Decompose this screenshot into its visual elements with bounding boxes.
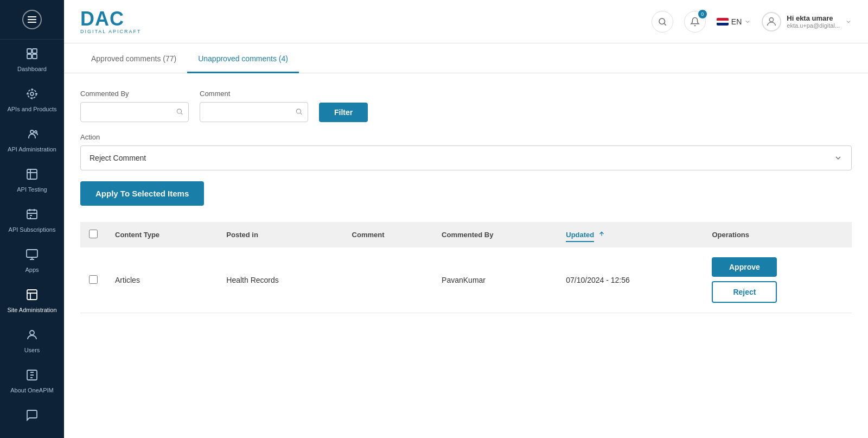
filter-section: Commented By Comment xyxy=(64,73,868,133)
svg-rect-2 xyxy=(27,54,31,59)
header-right: 0 EN Hi ekta umare ekta.u+pa@di xyxy=(652,11,852,33)
tab-unapproved-comments[interactable]: Unapproved comments (4) xyxy=(187,43,299,73)
sidebar-item-chat[interactable] xyxy=(0,401,64,435)
user-info[interactable]: Hi ekta umare ekta.u+pa@digital... xyxy=(762,12,852,31)
action-dropdown[interactable]: Reject Comment xyxy=(80,145,852,170)
cell-posted-in: Health Records xyxy=(218,247,343,313)
sidebar-item-label: API Administration xyxy=(8,146,56,153)
apply-section: Apply To Selected Items xyxy=(64,181,868,222)
svg-point-15 xyxy=(177,109,181,113)
cell-updated: 07/10/2024 - 12:56 xyxy=(557,247,703,313)
svg-point-4 xyxy=(30,92,34,96)
sidebar-item-label: Dashboard xyxy=(17,66,47,72)
sidebar-item-api-testing[interactable]: API Testing xyxy=(0,160,64,200)
reject-button[interactable]: Reject xyxy=(712,281,777,303)
action-selected-value: Reject Comment xyxy=(90,154,146,162)
comment-search-icon xyxy=(295,107,303,117)
table-row: Articles Health Records PavanKumar 07/10… xyxy=(80,247,852,313)
table-section: Content Type Posted in Comment Commented… xyxy=(64,222,868,313)
sidebar-item-api-administration[interactable]: API Administration xyxy=(0,120,64,160)
svg-rect-3 xyxy=(33,54,37,59)
sidebar-item-about-oneapim[interactable]: About OneAPIM xyxy=(0,361,64,401)
about-icon xyxy=(25,369,39,385)
sidebar-item-label: Users xyxy=(24,347,40,353)
svg-point-6 xyxy=(30,130,34,134)
sidebar-item-users[interactable]: Users xyxy=(0,321,64,361)
sidebar-header[interactable] xyxy=(0,0,64,40)
filter-button[interactable]: Filter xyxy=(319,103,368,122)
svg-point-11 xyxy=(30,331,34,335)
svg-rect-8 xyxy=(27,210,37,219)
svg-rect-0 xyxy=(27,49,31,53)
logo-dac: DAC xyxy=(80,9,142,29)
commented-by-search-icon xyxy=(176,107,183,117)
content-area: Approved comments (77) Unapproved commen… xyxy=(64,43,868,438)
svg-point-13 xyxy=(659,18,665,24)
commented-by-label: Commented By xyxy=(80,90,189,98)
action-section: Action Reject Comment xyxy=(64,133,868,181)
cell-comment xyxy=(343,247,433,313)
sidebar-item-api-subscriptions[interactable]: API Subscriptions xyxy=(0,200,64,240)
sidebar-item-apps[interactable]: Apps xyxy=(0,240,64,281)
tab-approved-comments[interactable]: Approved comments (77) xyxy=(80,43,187,73)
th-comment: Comment xyxy=(343,222,433,247)
tabs-bar: Approved comments (77) Unapproved commen… xyxy=(64,43,868,73)
dashboard-icon xyxy=(25,47,39,64)
sidebar-item-label: API Testing xyxy=(17,186,47,193)
sidebar-item-label: APIs and Products xyxy=(7,106,56,112)
comment-input[interactable] xyxy=(200,102,308,122)
updated-col-label: Updated xyxy=(566,231,594,242)
user-avatar xyxy=(762,12,781,31)
sidebar-item-label: Site Administration xyxy=(7,307,56,313)
svg-rect-9 xyxy=(27,250,37,257)
sidebar-item-dashboard[interactable]: Dashboard xyxy=(0,40,64,80)
flag-icon xyxy=(717,18,729,26)
language-selector[interactable]: EN xyxy=(717,17,751,26)
notifications-button[interactable]: 0 xyxy=(684,11,706,33)
svg-rect-1 xyxy=(33,49,37,53)
svg-point-16 xyxy=(296,109,301,113)
comments-table: Content Type Posted in Comment Commented… xyxy=(80,222,852,313)
sidebar-item-site-administration[interactable]: Site Administration xyxy=(0,281,64,321)
sidebar-item-label: API Subscriptions xyxy=(9,226,56,233)
th-updated[interactable]: Updated xyxy=(557,222,703,247)
table-header-row: Content Type Posted in Comment Commented… xyxy=(80,222,852,247)
comment-label: Comment xyxy=(200,90,308,98)
cell-commented-by: PavanKumar xyxy=(433,247,557,313)
logo-text: DAC DIGITAL APICRAFT xyxy=(80,9,142,34)
apply-to-selected-button[interactable]: Apply To Selected Items xyxy=(80,181,204,206)
api-admin-icon xyxy=(25,128,39,144)
site-admin-icon xyxy=(25,288,39,304)
logo: DAC DIGITAL APICRAFT xyxy=(80,9,142,34)
filter-row: Commented By Comment xyxy=(80,90,852,122)
sidebar-item-label: Apps xyxy=(25,266,39,273)
svg-rect-10 xyxy=(27,290,37,300)
hamburger-menu-button[interactable] xyxy=(22,10,42,29)
cell-content-type: Articles xyxy=(106,247,218,313)
th-select-all xyxy=(80,222,106,247)
sidebar: Dashboard APIs and Products API Administ… xyxy=(0,0,64,438)
commented-by-input[interactable] xyxy=(80,102,189,122)
apis-products-icon xyxy=(25,87,39,104)
main-wrapper: DAC DIGITAL APICRAFT 0 EN xyxy=(64,0,868,438)
th-commented-by: Commented By xyxy=(433,222,557,247)
row-checkbox[interactable] xyxy=(89,275,98,284)
language-label: EN xyxy=(731,17,742,26)
cell-operations: Approve Reject xyxy=(703,247,852,313)
sidebar-item-label: About OneAPIM xyxy=(10,387,54,393)
user-name: Hi ekta umare xyxy=(787,14,840,22)
action-label: Action xyxy=(80,133,852,141)
comment-field: Comment xyxy=(200,90,308,122)
api-testing-icon xyxy=(25,168,39,184)
user-details: Hi ekta umare ekta.u+pa@digital... xyxy=(787,14,840,29)
chat-icon xyxy=(25,409,39,425)
th-posted-in: Posted in xyxy=(218,222,343,247)
commented-by-field: Commented By xyxy=(80,90,189,122)
approve-button[interactable]: Approve xyxy=(712,257,777,277)
select-all-checkbox[interactable] xyxy=(89,230,98,238)
search-button[interactable] xyxy=(652,11,673,33)
logo-sub: DIGITAL APICRAFT xyxy=(80,29,142,34)
sidebar-item-apis-products[interactable]: APIs and Products xyxy=(0,80,64,120)
apps-icon xyxy=(25,248,39,264)
row-checkbox-cell xyxy=(80,247,106,313)
